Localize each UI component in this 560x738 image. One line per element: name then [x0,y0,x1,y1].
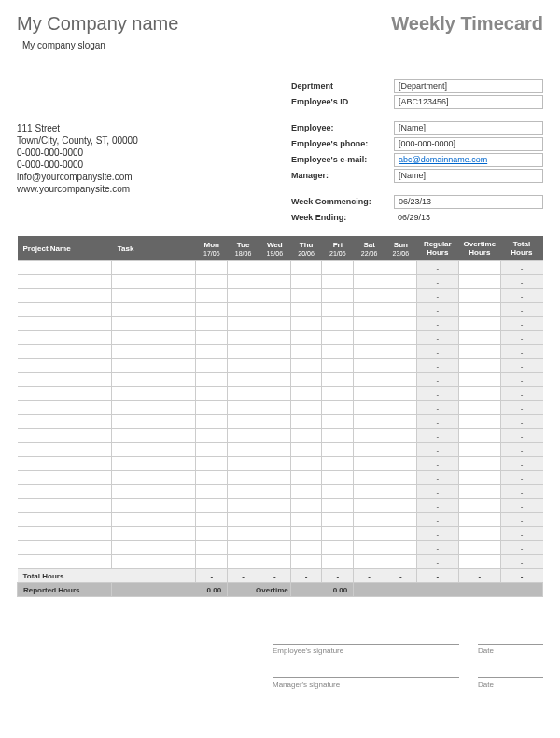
cell-day[interactable] [228,401,259,415]
cell-overtime[interactable] [458,541,500,555]
cell-day[interactable] [290,541,322,555]
cell-day[interactable] [228,457,259,471]
cell-day[interactable] [354,541,385,555]
cell-day[interactable] [322,401,354,415]
cell-day[interactable] [196,317,228,331]
cell-overtime[interactable] [458,317,500,331]
cell-overtime[interactable] [458,303,500,317]
cell-task[interactable] [112,387,196,401]
cell-overtime[interactable] [458,359,500,373]
cell-day[interactable] [290,457,322,471]
cell-day[interactable] [228,471,259,485]
cell-overtime[interactable] [458,527,500,541]
cell-day[interactable] [196,387,228,401]
cell-day[interactable] [228,303,259,317]
cell-day[interactable] [354,359,385,373]
cell-overtime[interactable] [458,289,500,303]
cell-project[interactable] [18,415,112,429]
cell-day[interactable] [354,317,385,331]
cell-day[interactable] [196,261,228,275]
cell-project[interactable] [18,331,112,345]
cell-day[interactable] [228,289,259,303]
cell-day[interactable] [322,499,354,513]
cell-task[interactable] [112,289,196,303]
cell-day[interactable] [259,457,290,471]
cell-day[interactable] [259,513,290,527]
cell-day[interactable] [290,513,322,527]
cell-day[interactable] [259,471,290,485]
cell-day[interactable] [196,401,228,415]
cell-day[interactable] [385,345,417,359]
cell-day[interactable] [259,401,290,415]
cell-day[interactable] [385,261,417,275]
cell-day[interactable] [290,471,322,485]
cell-day[interactable] [354,485,385,499]
cell-day[interactable] [290,401,322,415]
department-input[interactable]: [Department] [394,79,543,93]
cell-project[interactable] [18,485,112,499]
cell-day[interactable] [196,359,228,373]
cell-task[interactable] [112,345,196,359]
cell-overtime[interactable] [458,555,500,569]
cell-day[interactable] [228,261,259,275]
cell-day[interactable] [290,373,322,387]
cell-day[interactable] [228,415,259,429]
cell-day[interactable] [354,457,385,471]
cell-task[interactable] [112,401,196,415]
cell-project[interactable] [18,513,112,527]
cell-overtime[interactable] [458,443,500,457]
cell-day[interactable] [385,303,417,317]
cell-day[interactable] [385,359,417,373]
employee-input[interactable]: [Name] [394,121,543,135]
cell-day[interactable] [228,555,259,569]
cell-overtime[interactable] [458,387,500,401]
cell-overtime[interactable] [458,401,500,415]
cell-day[interactable] [385,373,417,387]
cell-task[interactable] [112,373,196,387]
cell-day[interactable] [354,261,385,275]
cell-day[interactable] [196,555,228,569]
cell-day[interactable] [259,359,290,373]
cell-day[interactable] [290,415,322,429]
cell-day[interactable] [228,513,259,527]
cell-day[interactable] [385,429,417,443]
cell-day[interactable] [228,485,259,499]
cell-day[interactable] [259,331,290,345]
cell-day[interactable] [196,429,228,443]
manager-input[interactable]: [Name] [394,169,543,183]
employee-email-input[interactable]: abc@domainname.com [394,153,543,167]
cell-day[interactable] [385,401,417,415]
cell-day[interactable] [385,555,417,569]
cell-project[interactable] [18,373,112,387]
cell-day[interactable] [385,317,417,331]
cell-day[interactable] [385,541,417,555]
cell-day[interactable] [196,499,228,513]
cell-day[interactable] [259,415,290,429]
cell-day[interactable] [290,555,322,569]
cell-day[interactable] [354,555,385,569]
cell-project[interactable] [18,387,112,401]
cell-day[interactable] [228,527,259,541]
cell-task[interactable] [112,261,196,275]
cell-day[interactable] [259,485,290,499]
cell-day[interactable] [259,373,290,387]
cell-day[interactable] [354,527,385,541]
cell-overtime[interactable] [458,415,500,429]
cell-day[interactable] [322,317,354,331]
week-start-input[interactable]: 06/23/13 [394,195,543,209]
cell-task[interactable] [112,527,196,541]
cell-day[interactable] [354,415,385,429]
cell-overtime[interactable] [458,275,500,289]
cell-day[interactable] [228,359,259,373]
cell-day[interactable] [322,261,354,275]
cell-day[interactable] [385,513,417,527]
cell-day[interactable] [354,289,385,303]
cell-day[interactable] [228,541,259,555]
cell-task[interactable] [112,471,196,485]
cell-task[interactable] [112,457,196,471]
cell-project[interactable] [18,541,112,555]
cell-task[interactable] [112,317,196,331]
cell-day[interactable] [354,429,385,443]
cell-day[interactable] [385,415,417,429]
cell-day[interactable] [259,261,290,275]
